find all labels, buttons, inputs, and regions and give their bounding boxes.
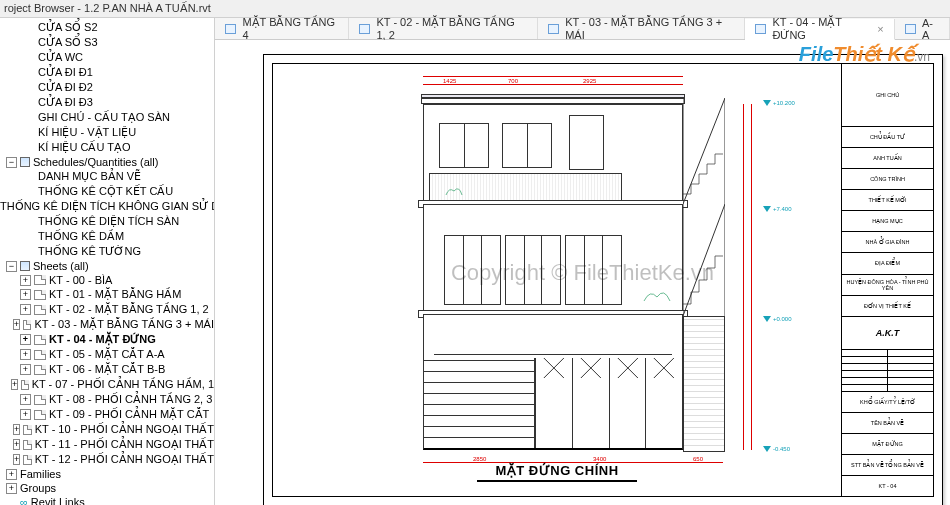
tb-cell: CÔNG TRÌNH [842, 169, 933, 190]
expand-icon[interactable]: + [13, 439, 21, 450]
collapse-icon[interactable]: − [6, 157, 17, 168]
expand-icon[interactable]: + [20, 394, 31, 405]
tb-cell: ANH TUẤN [842, 148, 933, 169]
tb-cell: THIẾT KẾ MỚI [842, 190, 933, 211]
tb-cell: MẶT ĐỨNG [842, 434, 933, 455]
project-browser-panel[interactable]: CỬA SỔ S2 CỬA SỔ S3 CỬA WC CỬA ĐI Đ1 CỬA… [0, 18, 215, 505]
tab[interactable]: A-A [895, 18, 950, 39]
dimension-line [423, 84, 683, 85]
tb-cell: KHỔ GIẤY/TỶ LỆ/TỜ [842, 392, 933, 413]
tree-category-revit-links[interactable]: ∞Revit Links [0, 495, 214, 505]
dimension-text: 650 [693, 456, 703, 462]
tree-sheet-item[interactable]: +KT - 00 - BÌA [0, 273, 214, 287]
tree-sheet-item[interactable]: +KT - 11 - PHỐI CẢNH NGOẠI THẤT [0, 437, 214, 452]
expand-icon[interactable]: + [6, 483, 17, 494]
expand-icon[interactable]: + [20, 275, 31, 286]
dimension-text: 2925 [583, 78, 596, 84]
view-icon [755, 24, 766, 34]
tree-sheet-item[interactable]: +KT - 02 - MẶT BẰNG TẦNG 1, 2 [0, 302, 214, 317]
tree-category-groups[interactable]: +Groups [0, 481, 214, 495]
tree-category-sheets[interactable]: −Sheets (all) [0, 259, 214, 273]
view-icon [548, 24, 559, 34]
tree-item[interactable]: THỐNG KÊ TƯỜNG [0, 244, 214, 259]
tree-item[interactable]: GHI CHÚ - CẤU TẠO SÀN [0, 110, 214, 125]
project-tree[interactable]: CỬA SỔ S2 CỬA SỔ S3 CỬA WC CỬA ĐI Đ1 CỬA… [0, 18, 214, 505]
expand-icon[interactable]: + [13, 424, 21, 435]
tree-sheet-item[interactable]: +KT - 05 - MẶT CẮT A-A [0, 347, 214, 362]
tb-logo-cell: A.K.T [842, 317, 933, 350]
close-icon[interactable]: × [877, 23, 883, 35]
collapse-icon[interactable]: − [6, 261, 17, 272]
view-icon [225, 24, 236, 34]
sheet-icon [23, 440, 31, 450]
sheet-icon [34, 275, 46, 285]
dimension-line [751, 104, 752, 450]
dimension-text: 1425 [443, 78, 456, 84]
dimension-line [743, 104, 744, 450]
expand-icon[interactable]: + [20, 289, 31, 300]
tree-sheet-item-active[interactable]: +KT - 04 - MẶT ĐỨNG [0, 332, 214, 347]
tree-sheet-item[interactable]: +KT - 08 - PHỐI CẢNH TẦNG 2, 3 [0, 392, 214, 407]
tree-item[interactable]: CỬA ĐI Đ1 [0, 65, 214, 80]
tree-item[interactable]: CỬA SỔ S2 [0, 20, 214, 35]
dimension-text: 700 [508, 78, 518, 84]
tree-item[interactable]: KÍ HIỆU CẤU TẠO [0, 140, 214, 155]
tree-item[interactable]: CỬA ĐI Đ2 [0, 80, 214, 95]
tb-cell: STT BẢN VẼ TỔNG BẢN VẼ [842, 455, 933, 476]
tree-category-schedules[interactable]: −Schedules/Quantities (all) [0, 155, 214, 169]
expand-icon[interactable]: + [6, 469, 17, 480]
sheet-icon [34, 305, 46, 315]
title-underline [477, 480, 637, 482]
drawing-viewport[interactable]: 1425 700 2925 [273, 64, 841, 496]
tree-item[interactable]: THỐNG KÊ DẦM [0, 229, 214, 244]
tree-sheet-item[interactable]: +KT - 10 - PHỐI CẢNH NGOẠI THẤT [0, 422, 214, 437]
tab[interactable]: MẶT BẰNG TẦNG 4 [215, 18, 349, 39]
tb-cell: KT - 04 [842, 476, 933, 496]
dimension-line [423, 76, 683, 77]
tree-item[interactable]: KÍ HIỆU - VẬT LIỆU [0, 125, 214, 140]
tree-sheet-item[interactable]: +KT - 03 - MẶT BẰNG TẦNG 3 + MÁI [0, 317, 214, 332]
tree-item[interactable]: CỬA WC [0, 50, 214, 65]
tree-sheet-item[interactable]: +KT - 01 - MẶT BẰNG HẦM [0, 287, 214, 302]
tree-item[interactable]: THỐNG KÊ CỘT KẾT CẤU [0, 184, 214, 199]
sheet-icon [34, 335, 46, 345]
dimension-text: 2850 [473, 456, 486, 462]
tree-item[interactable]: THỐNG KÊ DIỆN TÍCH SÀN [0, 214, 214, 229]
level-marker: -0.450 [763, 446, 790, 452]
tab-active[interactable]: KT - 04 - MẶT ĐỨNG× [745, 19, 895, 40]
tree-sheet-item[interactable]: +KT - 07 - PHỐI CẢNH TẦNG HẦM, 1 [0, 377, 214, 392]
tab[interactable]: KT - 02 - MẶT BẰNG TẦNG 1, 2 [349, 18, 538, 39]
view-icon [359, 24, 370, 34]
tree-item[interactable]: CỬA ĐI Đ3 [0, 95, 214, 110]
sheet-icon [34, 365, 46, 375]
expand-icon[interactable]: + [20, 334, 31, 345]
tree-sheet-item[interactable]: +KT - 12 - PHỐI CẢNH NGOẠI THẤT [0, 452, 214, 467]
level-marker: +0.000 [763, 316, 792, 322]
tree-item[interactable]: DANH MỤC BẢN VẼ [0, 169, 214, 184]
sheet-icon [23, 455, 31, 465]
expand-icon[interactable]: + [13, 319, 21, 330]
tree-item[interactable]: CỬA SỔ S3 [0, 35, 214, 50]
sheets-icon [20, 261, 30, 271]
tab[interactable]: KT - 03 - MẶT BẰNG TẦNG 3 + MÁI [538, 18, 745, 39]
tree-sheet-item[interactable]: +KT - 09 - PHỐI CẢNH MẶT CẮT [0, 407, 214, 422]
sheet-icon [21, 380, 28, 390]
tb-cell: HẠNG MỤC [842, 211, 933, 232]
tb-cell: ĐƠN VỊ THIẾT KẾ [842, 296, 933, 317]
sheet: 1425 700 2925 [263, 54, 943, 505]
expand-icon[interactable]: + [20, 409, 31, 420]
title-block: GHI CHÚ CHỦ ĐẦU TƯ ANH TUẤN CÔNG TRÌNH T… [841, 64, 933, 496]
tb-signature-grid [842, 350, 933, 392]
level-marker: +7.400 [763, 206, 792, 212]
level-marker: +10.200 [763, 100, 795, 106]
tree-item[interactable]: THỐNG KÊ DIỆN TÍCH KHÔNG GIAN SỬ D [0, 199, 214, 214]
expand-icon[interactable]: + [20, 304, 31, 315]
expand-icon[interactable]: + [20, 349, 31, 360]
tree-category-families[interactable]: +Families [0, 467, 214, 481]
tree-sheet-item[interactable]: +KT - 06 - MẶT CẮT B-B [0, 362, 214, 377]
expand-icon[interactable]: + [11, 379, 18, 390]
expand-icon[interactable]: + [13, 454, 21, 465]
expand-icon[interactable]: + [20, 364, 31, 375]
drawing-canvas[interactable]: 1425 700 2925 [215, 40, 950, 505]
sheet-icon [23, 320, 31, 330]
